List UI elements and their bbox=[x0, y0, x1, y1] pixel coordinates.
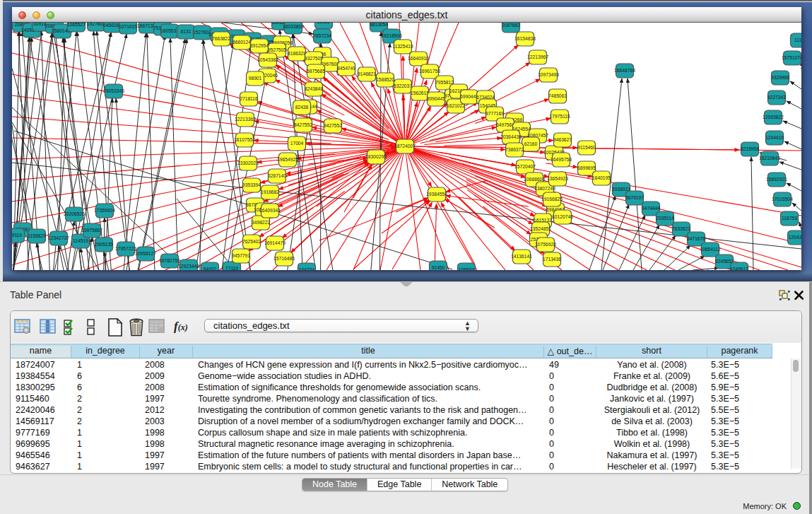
svg-text:17975115: 17975115 bbox=[549, 114, 570, 119]
svg-text:12213967: 12213967 bbox=[527, 54, 548, 59]
svg-text:15716485: 15716485 bbox=[273, 256, 295, 261]
svg-text:9329966: 9329966 bbox=[771, 75, 789, 80]
svg-text:19218506: 19218506 bbox=[381, 33, 402, 38]
svg-text:6899695: 6899695 bbox=[577, 165, 596, 170]
svg-text:9474444: 9474444 bbox=[642, 206, 660, 211]
svg-text:12923448: 12923448 bbox=[178, 264, 199, 269]
svg-text:2905135: 2905135 bbox=[95, 242, 113, 247]
svg-text:17016504: 17016504 bbox=[772, 197, 793, 201]
svg-text:16961758: 16961758 bbox=[419, 69, 440, 74]
svg-text:20364436: 20364436 bbox=[500, 134, 522, 139]
svg-text:16154838: 16154838 bbox=[514, 36, 536, 41]
svg-text:104224: 104224 bbox=[299, 267, 315, 270]
svg-text:8454749: 8454749 bbox=[337, 66, 355, 71]
svg-text:2087682: 2087682 bbox=[502, 23, 520, 28]
svg-text:7625402: 7625402 bbox=[242, 239, 261, 244]
svg-text:10543382: 10543382 bbox=[257, 57, 278, 62]
svg-text:13807249: 13807249 bbox=[534, 186, 555, 191]
svg-text:7663822: 7663822 bbox=[212, 36, 230, 41]
svg-text:8186328: 8186328 bbox=[288, 51, 306, 56]
svg-text:92450: 92450 bbox=[432, 265, 445, 270]
svg-text:12093822: 12093822 bbox=[763, 115, 784, 119]
svg-text:9777169: 9777169 bbox=[486, 111, 504, 116]
svg-text:7386372: 7386372 bbox=[505, 147, 524, 152]
svg-text:13654923: 13654923 bbox=[547, 176, 568, 181]
svg-text:7857234: 7857234 bbox=[313, 33, 331, 38]
svg-text:1112: 1112 bbox=[794, 37, 801, 42]
svg-text:9527505: 9527505 bbox=[268, 47, 286, 52]
svg-text:10688609: 10688609 bbox=[524, 177, 545, 182]
svg-text:1156829: 1156829 bbox=[28, 233, 46, 238]
svg-text:11325419: 11325419 bbox=[392, 44, 413, 49]
svg-text:8215958: 8215958 bbox=[741, 146, 759, 151]
svg-text:16107552: 16107552 bbox=[234, 137, 255, 142]
svg-text:8912954: 8912954 bbox=[250, 43, 269, 48]
svg-text:9115460: 9115460 bbox=[577, 145, 596, 150]
svg-text:16640910: 16640910 bbox=[408, 56, 429, 61]
svg-text:2718116: 2718116 bbox=[240, 96, 258, 101]
svg-text:84932: 84932 bbox=[204, 267, 217, 270]
svg-text:19654925: 19654925 bbox=[277, 157, 298, 162]
svg-text:18300295: 18300295 bbox=[365, 154, 387, 159]
svg-text:16033809: 16033809 bbox=[283, 24, 304, 29]
svg-text:29053346: 29053346 bbox=[103, 88, 124, 93]
svg-text:1562615: 1562615 bbox=[411, 90, 429, 95]
svg-text:15892921: 15892921 bbox=[766, 177, 787, 182]
svg-text:19384554: 19384554 bbox=[426, 192, 447, 197]
svg-text:8243848: 8243848 bbox=[305, 86, 323, 91]
svg-text:5875685: 5875685 bbox=[307, 69, 325, 74]
svg-text:8471676: 8471676 bbox=[687, 236, 705, 241]
svg-text:1605532: 1605532 bbox=[160, 28, 179, 33]
svg-text:10654112: 10654112 bbox=[700, 247, 721, 252]
svg-text:114519: 114519 bbox=[73, 238, 88, 243]
svg-text:9327505: 9327505 bbox=[305, 56, 323, 61]
svg-text:7485063: 7485063 bbox=[548, 93, 567, 98]
svg-text:1588520: 1588520 bbox=[376, 77, 394, 82]
svg-text:9427552: 9427552 bbox=[324, 123, 342, 128]
svg-text:15720407: 15720407 bbox=[514, 164, 536, 169]
svg-text:10756928: 10756928 bbox=[535, 242, 556, 247]
svg-text:1916682: 1916682 bbox=[261, 189, 279, 194]
svg-text:7632621: 7632621 bbox=[672, 226, 690, 231]
svg-text:16648784: 16648784 bbox=[614, 68, 635, 73]
svg-text:16409341: 16409341 bbox=[259, 208, 281, 213]
svg-text:7955812: 7955812 bbox=[435, 80, 454, 85]
svg-text:9146821: 9146821 bbox=[358, 71, 376, 76]
svg-text:9245612: 9245612 bbox=[730, 267, 748, 270]
svg-text:8131: 8131 bbox=[181, 29, 192, 34]
svg-text:39119: 39119 bbox=[12, 233, 22, 238]
svg-text:1713436: 1713436 bbox=[543, 257, 561, 262]
svg-text:1244419: 1244419 bbox=[765, 135, 784, 140]
svg-text:3498222: 3498222 bbox=[252, 220, 270, 225]
svg-text:9457791: 9457791 bbox=[232, 253, 250, 258]
svg-text:13524851: 13524851 bbox=[530, 226, 551, 231]
svg-text:12213362: 12213362 bbox=[235, 117, 256, 122]
svg-text:8990445: 8990445 bbox=[427, 96, 445, 101]
svg-text:62160: 62160 bbox=[524, 141, 538, 146]
svg-text:98901: 98901 bbox=[249, 76, 262, 81]
svg-text:5322037: 5322037 bbox=[394, 83, 412, 88]
svg-text:16210643: 16210643 bbox=[759, 156, 780, 160]
svg-text:82438: 82438 bbox=[295, 105, 309, 110]
svg-text:16495758: 16495758 bbox=[551, 157, 572, 162]
svg-text:1640195: 1640195 bbox=[592, 175, 611, 180]
svg-text:9245652: 9245652 bbox=[715, 259, 734, 264]
svg-text:16914479: 16914479 bbox=[264, 240, 286, 245]
svg-text:120435: 120435 bbox=[789, 235, 801, 240]
svg-text:10973493: 10973493 bbox=[538, 72, 559, 77]
svg-text:12342737: 12342737 bbox=[48, 235, 69, 240]
svg-text:10120746: 10120746 bbox=[552, 214, 573, 219]
svg-text:19166825: 19166825 bbox=[541, 197, 563, 201]
svg-text:17004: 17004 bbox=[290, 141, 304, 146]
svg-text:17957223: 17957223 bbox=[115, 246, 136, 251]
svg-text:1621022: 1621022 bbox=[447, 103, 465, 108]
svg-text:9463627: 9463627 bbox=[553, 137, 572, 142]
svg-text:105533: 105533 bbox=[459, 267, 475, 270]
svg-text:16782759: 16782759 bbox=[159, 258, 180, 263]
svg-text:9227343: 9227343 bbox=[767, 95, 786, 100]
svg-text:3267140: 3267140 bbox=[268, 173, 286, 178]
svg-text:8813054: 8813054 bbox=[370, 23, 388, 27]
svg-text:15751074: 15751074 bbox=[782, 55, 801, 60]
svg-text:17359924: 17359924 bbox=[94, 208, 115, 213]
svg-text:8427552: 8427552 bbox=[294, 122, 312, 127]
